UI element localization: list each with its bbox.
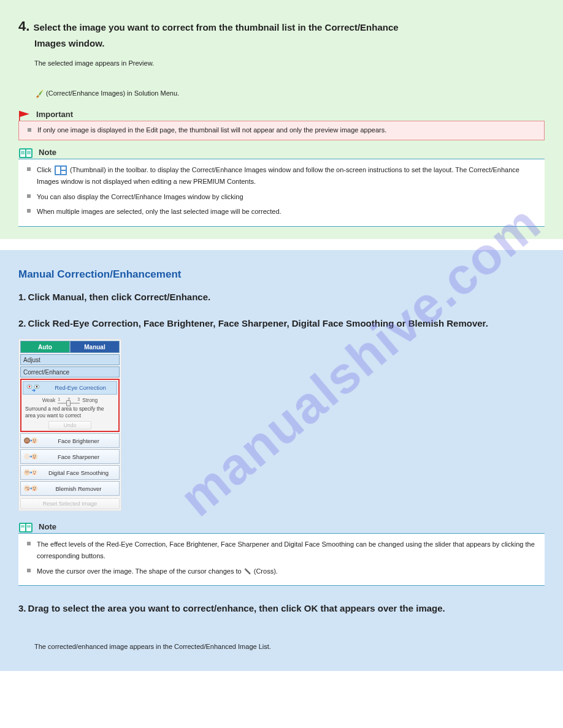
note-block-blue: Note The effect levels of the Red-Eye Co… [18, 522, 545, 586]
svg-point-38 [24, 485, 30, 491]
svg-point-39 [26, 487, 26, 488]
option-digital-face-smoothing[interactable]: Digital Face Smoothing [20, 465, 120, 480]
book-icon [18, 522, 33, 533]
trailing-text: The corrected/enhanced image appears in … [34, 641, 545, 653]
note1-prefix: Click [37, 166, 53, 173]
redeye-label: Red-Eye Correction [44, 384, 117, 391]
svg-rect-14 [61, 171, 66, 174]
thumb-icon-text: (Thumbnail) in the toolbar. [70, 166, 148, 173]
wand-icon [243, 567, 252, 576]
redeye-icon [23, 384, 44, 392]
slider-n1: 1 [58, 397, 60, 401]
svg-rect-12 [56, 167, 60, 174]
svg-point-29 [35, 455, 36, 456]
face-sharpener-icon [21, 452, 42, 461]
correct-enhance-panel: Auto Manual Adjust Correct/Enhance Red-E… [18, 339, 121, 511]
book-icon [18, 148, 33, 159]
undo-button[interactable]: Undo [48, 421, 91, 430]
note2-text: You can also display the Correct/Enhance… [37, 191, 243, 203]
flag-icon [18, 110, 31, 121]
note-item-1: Click (Thumbnail) in the toolbar. to dis… [25, 164, 538, 187]
blue-note1-text: The effect levels of the Red-Eye Correct… [37, 539, 538, 561]
option-blemish-remover[interactable]: Blemish Remover [20, 481, 120, 496]
note-item-2: You can also display the Correct/Enhance… [25, 191, 538, 203]
svg-rect-46 [20, 524, 25, 531]
svg-point-33 [26, 473, 27, 474]
slider-thumb[interactable] [66, 400, 71, 406]
step1-body: Click Manual, then click Correct/Enhance… [28, 292, 211, 302]
manual-step-1: 1. Click Manual, then click Correct/Enha… [18, 289, 545, 305]
note-label-blue: Note [39, 522, 56, 531]
subtab-adjust[interactable]: Adjust [20, 354, 120, 365]
svg-point-43 [33, 487, 34, 488]
redeye-highlight: Red-Eye Correction Weak 1 2 3 [20, 379, 120, 432]
reset-selected-image-button[interactable]: Reset Selected Image [20, 498, 120, 509]
note-item-3: When multiple images are selected, only … [25, 206, 538, 218]
step-number: 4. [18, 18, 29, 34]
svg-point-40 [28, 487, 28, 488]
svg-point-34 [28, 473, 28, 474]
svg-point-0 [42, 90, 43, 91]
subtab-correct-enhance[interactable]: Correct/Enhance [20, 366, 120, 377]
option-face-sharpener[interactable]: Face Sharpener [20, 449, 120, 464]
face-brightener-label: Face Brightener [42, 438, 119, 444]
svg-point-25 [35, 439, 36, 440]
brush-icon [34, 89, 44, 99]
step2-body: Click Red-Eye Correction, Face Brightene… [28, 318, 488, 328]
blue-note2-suffix: (Cross). [254, 567, 278, 575]
svg-rect-47 [26, 524, 31, 531]
slider-weak: Weak [42, 397, 56, 403]
note-block-green: Note Click (Thumbnail) in the toolbar. t… [18, 148, 545, 227]
note-box-green: Click (Thumbnail) in the toolbar. to dis… [18, 159, 545, 227]
manual-section: Manual Correction/Enhancement 1. Click M… [0, 250, 563, 671]
svg-point-23 [28, 439, 28, 440]
svg-point-31 [26, 471, 26, 472]
correct-icon-text: (Correct/Enhance Images) in Solution Men… [46, 89, 179, 97]
important-box: If only one image is displayed in the Ed… [18, 121, 545, 140]
redeye-slider[interactable]: Weak 1 2 3 Strong [23, 395, 117, 404]
step1-label: 1. [18, 292, 26, 302]
thumbnail-icon [55, 165, 67, 175]
tab-auto[interactable]: Auto [20, 341, 70, 353]
svg-point-18 [36, 386, 38, 388]
face-brightener-icon [21, 436, 42, 446]
important-text: If only one image is displayed in the Ed… [37, 125, 386, 136]
tab-manual[interactable]: Manual [70, 341, 120, 353]
face-sharpener-label: Face Sharpener [42, 453, 119, 460]
svg-point-24 [33, 439, 34, 440]
step-body: The selected image appears in Preview. [34, 58, 545, 69]
important-label: Important [36, 110, 73, 119]
blue-note-2: Move the cursor over the image. The shap… [25, 566, 538, 577]
blue-note-1: The effect levels of the Red-Eye Correct… [25, 539, 538, 561]
manual-step-2: 2. Click Red-Eye Correction, Face Bright… [18, 316, 545, 586]
option-face-brightener[interactable]: Face Brightener [20, 433, 120, 448]
important-block: Important If only one image is displayed… [18, 110, 545, 140]
svg-rect-4 [26, 150, 31, 157]
svg-point-22 [26, 439, 26, 440]
manual-heading: Manual Correction/Enhancement [18, 268, 545, 281]
svg-rect-1 [19, 111, 20, 121]
svg-rect-13 [61, 167, 66, 170]
step3-body: Drag to select the area you want to corr… [28, 603, 445, 613]
svg-point-36 [33, 471, 34, 472]
step-4: 4. Select the image you want to correct … [18, 18, 545, 50]
svg-point-41 [28, 489, 29, 490]
slider-strong: Strong [82, 397, 98, 403]
svg-point-30 [24, 469, 30, 476]
step-title-line2: Images window. [34, 38, 104, 48]
option-redeye[interactable]: Red-Eye Correction [23, 381, 117, 395]
svg-point-37 [35, 471, 36, 472]
slider-n3: 3 [77, 397, 80, 401]
note3-text: When multiple images are selected, only … [37, 206, 282, 218]
note-box-blue: The effect levels of the Red-Eye Correct… [18, 533, 545, 586]
step3-label: 3. [18, 603, 26, 613]
svg-point-32 [28, 471, 28, 472]
auto-section: 4. Select the image you want to correct … [0, 0, 563, 239]
note-label-green: Note [39, 148, 56, 157]
blemish-remover-icon [21, 483, 42, 493]
face-smoothing-icon [21, 468, 42, 477]
correct-enhance-note: (Correct/Enhance Images) in Solution Men… [34, 88, 545, 99]
blemish-remover-label: Blemish Remover [42, 485, 119, 492]
svg-rect-3 [20, 150, 25, 157]
svg-point-28 [33, 455, 34, 456]
